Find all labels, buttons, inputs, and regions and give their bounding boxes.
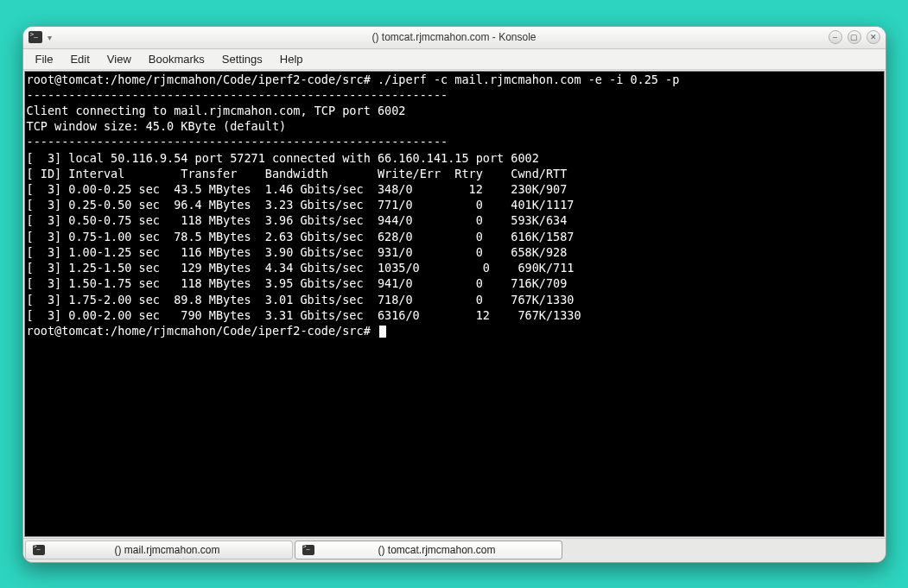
tab-mail[interactable]: () mail.rjmcmahon.com [25, 541, 293, 560]
menu-settings[interactable]: Settings [213, 50, 271, 68]
terminal-line: ----------------------------------------… [27, 88, 448, 102]
menu-view[interactable]: View [98, 50, 140, 68]
terminal-line: [ 3] local 50.116.9.54 port 57271 connec… [27, 151, 539, 165]
terminal-row: [ 3] 1.75-2.00 sec 89.8 MBytes 3.01 Gbit… [27, 293, 575, 307]
terminal-tab-icon [302, 545, 314, 555]
terminal-row: [ 3] 0.50-0.75 sec 118 MBytes 3.96 Gbits… [27, 213, 568, 227]
terminal-row: [ 3] 0.00-2.00 sec 790 MBytes 3.31 Gbits… [27, 308, 581, 322]
tabbar: () mail.rjmcmahon.com () tomcat.rjmcmaho… [23, 538, 886, 562]
tab-tomcat[interactable]: () tomcat.rjmcmahon.com [295, 541, 562, 560]
tab-label: () mail.rjmcmahon.com [50, 544, 285, 556]
minimize-button[interactable]: – [829, 30, 842, 44]
terminal-row: [ 3] 0.25-0.50 sec 96.4 MBytes 3.23 Gbit… [27, 198, 575, 212]
terminal-tab-icon [33, 545, 45, 555]
terminal-prompt: root@tomcat:/home/rjmcmahon/Code/iperf2-… [27, 324, 378, 338]
terminal-header: [ ID] Interval Transfer Bandwidth Write/… [27, 167, 568, 180]
terminal-row: [ 3] 0.00-0.25 sec 43.5 MBytes 1.46 Gbit… [27, 182, 568, 196]
terminal-line: ----------------------------------------… [27, 135, 448, 149]
terminal-line: root@tomcat:/home/rjmcmahon/Code/iperf2-… [27, 73, 687, 86]
tab-label: () tomcat.rjmcmahon.com [320, 544, 555, 556]
konsole-window: ▾ () tomcat.rjmcmahon.com - Konsole – ▢ … [22, 26, 886, 563]
close-button[interactable]: ✕ [867, 30, 880, 44]
terminal-app-icon [29, 31, 42, 43]
terminal-line: TCP window size: 45.0 KByte (default) [27, 119, 287, 133]
menu-help[interactable]: Help [271, 50, 312, 68]
menu-bookmarks[interactable]: Bookmarks [140, 50, 213, 68]
maximize-button[interactable]: ▢ [848, 30, 861, 44]
terminal-row: [ 3] 1.00-1.25 sec 116 MBytes 3.90 Gbits… [27, 245, 568, 259]
terminal-row: [ 3] 1.50-1.75 sec 118 MBytes 3.95 Gbits… [27, 276, 568, 290]
titlebar-arrow-icon: ▾ [46, 33, 54, 42]
cursor-icon [379, 326, 386, 338]
terminal-output[interactable]: root@tomcat:/home/rjmcmahon/Code/iperf2-… [24, 71, 885, 537]
terminal-line: Client connecting to mail.rjmcmahon.com,… [27, 104, 406, 117]
titlebar[interactable]: ▾ () tomcat.rjmcmahon.com - Konsole – ▢ … [23, 27, 886, 49]
terminal-row: [ 3] 0.75-1.00 sec 78.5 MBytes 2.63 Gbit… [27, 230, 575, 243]
terminal-row: [ 3] 1.25-1.50 sec 129 MBytes 4.34 Gbits… [27, 261, 575, 275]
menu-file[interactable]: File [27, 50, 62, 68]
window-title: () tomcat.rjmcmahon.com - Konsole [371, 31, 536, 43]
menubar: File Edit View Bookmarks Settings Help [23, 49, 886, 70]
menu-edit[interactable]: Edit [61, 50, 98, 68]
